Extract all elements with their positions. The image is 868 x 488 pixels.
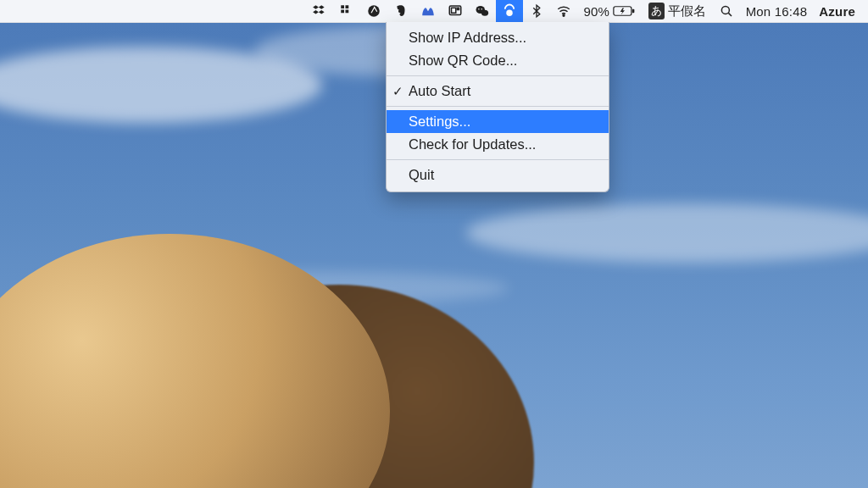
wifi-icon[interactable]	[550, 0, 577, 22]
system-menubar: 90% あ 平假名 Mon 16:48 Azure	[0, 0, 868, 23]
evernote-icon[interactable]	[387, 0, 415, 22]
svg-line-17	[728, 13, 732, 16]
avast-icon[interactable]	[360, 0, 387, 22]
bluetooth-icon[interactable]	[523, 0, 550, 22]
mamp-icon[interactable]	[415, 0, 442, 22]
menu-settings[interactable]: Settings...	[387, 110, 609, 133]
decorative-cloud	[466, 203, 868, 263]
session-user-label: Azure	[819, 4, 855, 19]
clock-label: Mon 16:48	[746, 4, 808, 19]
app-menubar-icon[interactable]	[496, 0, 523, 22]
svg-point-4	[369, 5, 381, 17]
checkmark-icon: ✓	[392, 84, 403, 99]
svg-point-13	[563, 14, 565, 16]
dropbox-icon[interactable]	[306, 0, 333, 22]
desktop-wallpaper: 90% あ 平假名 Mon 16:48 Azure Show IP Addres…	[0, 0, 868, 488]
menu-item-label: Show IP Address...	[409, 30, 526, 46]
svg-rect-0	[342, 5, 345, 8]
menu-item-label: Settings...	[409, 114, 470, 130]
menu-quit[interactable]: Quit	[387, 164, 609, 186]
spotlight-icon[interactable]	[713, 0, 740, 22]
menu-separator	[387, 75, 609, 76]
input-source-badge: あ	[648, 3, 665, 19]
svg-rect-6	[452, 8, 456, 13]
svg-rect-7	[458, 8, 459, 9]
setapp-icon[interactable]	[333, 0, 360, 22]
svg-point-11	[481, 8, 483, 10]
app-dropdown-menu: Show IP Address... Show QR Code... ✓ Aut…	[386, 22, 609, 192]
input-source-menu[interactable]: あ 平假名	[643, 0, 713, 22]
menu-item-label: Check for Updates...	[409, 136, 536, 152]
input-source-label: 平假名	[668, 3, 707, 19]
svg-rect-15	[632, 9, 635, 13]
menu-item-label: Quit	[409, 167, 434, 183]
menu-separator	[387, 106, 609, 107]
svg-rect-1	[346, 5, 349, 8]
menu-show-qr[interactable]: Show QR Code...	[387, 49, 609, 72]
svg-point-16	[721, 6, 729, 14]
svg-rect-2	[342, 10, 345, 14]
svg-point-9	[481, 10, 488, 16]
menu-item-label: Show QR Code...	[409, 53, 517, 69]
svg-rect-3	[346, 10, 349, 14]
svg-point-12	[507, 10, 514, 17]
svg-point-10	[479, 8, 481, 10]
menu-separator	[387, 159, 609, 160]
battery-percent-label: 90%	[583, 4, 609, 19]
menu-auto-start[interactable]: ✓ Auto Start	[387, 80, 609, 103]
clock[interactable]: Mon 16:48	[740, 0, 814, 22]
menu-item-label: Auto Start	[409, 83, 470, 99]
fast-user-switch[interactable]: Azure	[813, 0, 861, 22]
wechat-icon[interactable]	[469, 0, 496, 22]
battery-status[interactable]: 90%	[577, 0, 643, 22]
menu-show-ip[interactable]: Show IP Address...	[387, 26, 609, 49]
mission-control-icon[interactable]	[442, 0, 469, 22]
menu-check-updates[interactable]: Check for Updates...	[387, 133, 609, 156]
